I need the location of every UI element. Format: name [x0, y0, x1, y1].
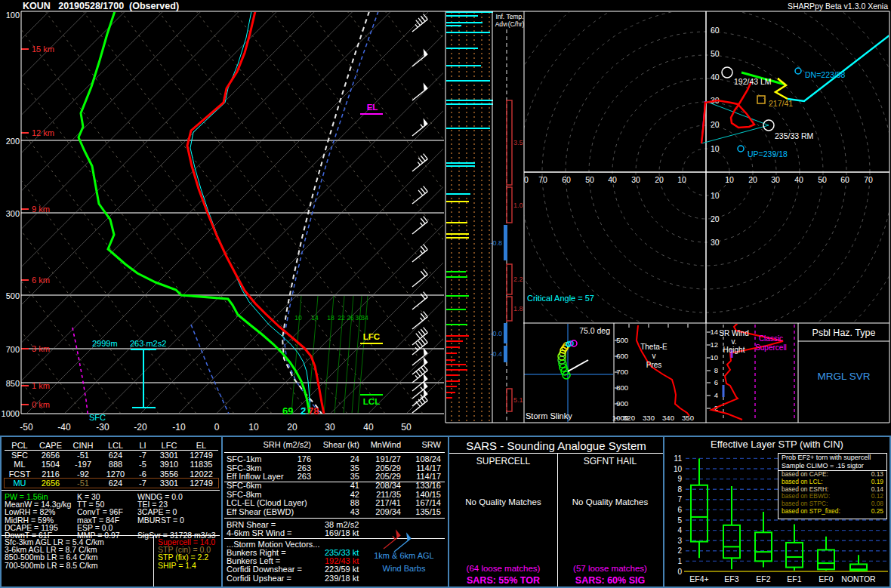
svg-text:UP=239/18: UP=239/18: [748, 149, 788, 159]
svg-text:40: 40: [711, 72, 720, 82]
svg-text:14: 14: [311, 314, 319, 322]
svg-text:850: 850: [6, 379, 20, 388]
prob-title: Prob EF2+ torn with supercell: [778, 454, 886, 462]
boxplot-EF0: [818, 537, 834, 571]
advection-title-line1: Inf. Temp.: [492, 13, 527, 20]
svg-text:4: 4: [677, 526, 682, 534]
app-version: SHARPpy Beta v1.3.0 Xenia: [725, 2, 888, 11]
separator: [2, 535, 220, 536]
table-row-ml[interactable]: ML1504-197888-5391011835: [5, 460, 218, 469]
hazard-type-title: Psbl Haz. Type: [799, 328, 889, 338]
sars-supercell-header[interactable]: SUPERCELL: [451, 456, 556, 466]
parcel-table[interactable]: PCLCAPECINHLCLLILFCEL SFC2656-51624-7330…: [5, 441, 218, 488]
col-lcl: LCL: [100, 441, 131, 450]
svg-text:EF0: EF0: [819, 574, 833, 583]
separator: [153, 535, 154, 586]
svg-text:50: 50: [818, 175, 827, 184]
separator: [449, 453, 663, 454]
sars-sig-probability: SARS: 60% SIG: [559, 575, 661, 586]
svg-text:330: 330: [643, 414, 655, 422]
svg-text:6: 6: [714, 378, 718, 386]
table-row-fcst[interactable]: FCST2116-921270-6355612022: [5, 469, 218, 479]
storm-motion-marker: [757, 96, 765, 103]
srh-table[interactable]: SFC-1km17624191/27108/24 SFC-3km26335205…: [227, 455, 441, 517]
hodograph-trace: [701, 35, 890, 143]
surface-temp: 78: [308, 405, 319, 417]
svg-text:235/33 RM: 235/33 RM: [775, 131, 813, 140]
wind-barb-legend-icon: [378, 522, 430, 553]
sfc-label: SFC: [89, 413, 106, 422]
sars-supercell-matches: No Quality Matches: [451, 497, 556, 506]
slinky-title: Storm Slinky: [526, 411, 572, 420]
svg-text:7: 7: [677, 495, 682, 503]
sars-hail-header[interactable]: SGFNT HAIL: [559, 456, 661, 466]
boxplot-EF3: [723, 486, 740, 569]
svg-text:60: 60: [711, 26, 720, 35]
sounding-canvas[interactable]: 100200300500700850100015 km12 km9 km6 km…: [0, 0, 891, 436]
col-el: EL: [184, 441, 218, 450]
boxplot-EF1: [786, 524, 803, 570]
svg-text:-30: -30: [96, 422, 109, 433]
thetae-title-2: v: [631, 352, 677, 360]
effective-inflow-marker: [131, 349, 156, 408]
svg-text:0: 0: [677, 568, 682, 576]
composite-indices: Supercell = 14.0STP (cin) = 0.0STP (fix)…: [158, 538, 215, 569]
svg-text:10: 10: [674, 465, 683, 473]
svg-text:50: 50: [711, 49, 720, 58]
hodograph-rings: [495, 0, 891, 383]
svg-text:EF2: EF2: [756, 574, 770, 583]
storm-motion-marker: [722, 67, 732, 78]
table-row-mu-selected[interactable]: MU2656-51624-7330112749: [5, 479, 218, 488]
storm-motion-marker: [738, 146, 744, 152]
svg-text:5.1: 5.1: [513, 396, 523, 404]
svg-text:2.2: 2.2: [513, 276, 523, 283]
svg-text:40: 40: [794, 175, 803, 184]
svg-text:70: 70: [538, 175, 547, 184]
svg-text:20: 20: [748, 175, 757, 184]
thetae-title-3: Pres: [631, 361, 677, 369]
separator: [224, 482, 445, 482]
svg-text:8: 8: [714, 366, 718, 374]
sars-tor-probability: SARS: 55% TOR: [451, 575, 556, 586]
effective-inflow-depth: 2999m: [92, 339, 118, 348]
svg-text:9 km: 9 km: [32, 205, 50, 214]
svg-text:10: 10: [294, 314, 302, 322]
svg-text:22: 22: [338, 314, 345, 322]
critical-angle-label: Critical Angle = 57: [527, 294, 594, 303]
separator: [224, 452, 445, 453]
svg-text:1000: 1000: [2, 409, 20, 418]
svg-text:18: 18: [327, 314, 335, 322]
barb-caption-2: Wind Barbs: [362, 565, 446, 573]
svg-text:50: 50: [401, 422, 412, 433]
svg-text:60: 60: [562, 175, 571, 184]
svg-text:20: 20: [711, 214, 720, 223]
svg-text:0: 0: [524, 175, 529, 184]
storm-slinky-trace: [558, 340, 588, 379]
sr46-label: 4-6km SR Wind =: [227, 529, 292, 537]
col-lfc: LFC: [154, 441, 184, 450]
svg-text:1 km: 1 km: [32, 381, 50, 390]
sharppy-window: 100200300500700850100015 km12 km9 km6 km…: [0, 0, 891, 588]
boxplot-NONTOR: [850, 555, 867, 571]
classic-supercell-label-1: Classic: [751, 334, 791, 343]
hazard-type-value: MRGL SVR: [799, 371, 889, 382]
slinky-degrees: 75.0 deg: [551, 326, 610, 335]
svg-text:10: 10: [711, 144, 720, 153]
svg-text:40: 40: [608, 175, 617, 184]
composite-index-value: SHIP = 1.4: [158, 562, 215, 569]
svg-text:100: 100: [6, 11, 20, 20]
sars-hail-matches: No Quality Matches: [559, 497, 661, 506]
storm-motion-marker: [795, 68, 801, 74]
svg-text:70: 70: [864, 175, 873, 184]
lcl-label: LCL: [358, 397, 385, 406]
el-label: EL: [361, 103, 384, 112]
svg-text:500: 500: [616, 336, 628, 344]
separator: [224, 518, 445, 519]
separator: [557, 453, 558, 586]
lfc-label: LFC: [358, 332, 385, 341]
table-row-sfc[interactable]: SFC2656-51624-7330112749: [5, 451, 218, 460]
sars-hail-loose: (57 loose matches): [559, 564, 661, 573]
svg-text:34: 34: [361, 314, 368, 322]
indices-col-2: K = 30TT = 50ConvT = 96FmaxT = 84FESP = …: [77, 493, 123, 539]
svg-text:NONTOR: NONTOR: [841, 574, 876, 583]
